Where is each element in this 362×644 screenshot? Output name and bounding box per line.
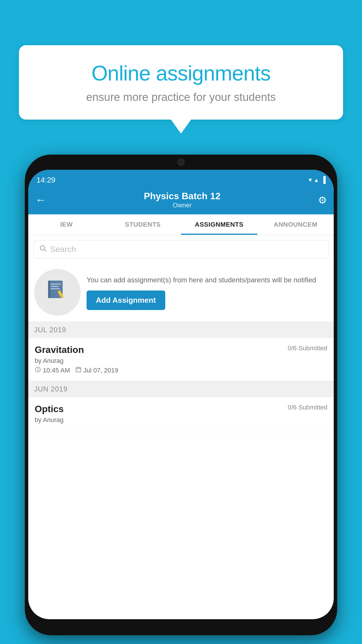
assignment-submitted-optics: 0/6 Submitted bbox=[288, 404, 327, 411]
search-placeholder: Search bbox=[50, 245, 76, 254]
assignment-author-optics: by Anurag bbox=[35, 416, 327, 424]
assignment-item-gravitation[interactable]: Gravitation 0/6 Submitted by Anurag 10:4… bbox=[28, 338, 334, 381]
assignment-date-text-gravitation: Jul 07, 2019 bbox=[83, 367, 118, 374]
status-bar: 14:29 ▾ ▴ ▐ bbox=[28, 170, 334, 187]
assignment-title-optics: Optics bbox=[35, 404, 64, 414]
search-icon bbox=[39, 244, 47, 254]
assignment-author-gravitation: by Anurag bbox=[35, 357, 327, 365]
section-header-jun: JUN 2019 bbox=[28, 381, 334, 397]
promo-icon-circle bbox=[34, 269, 81, 316]
battery-icon: ▐ bbox=[321, 176, 326, 184]
speech-bubble-container: Online assignments ensure more practice … bbox=[19, 45, 343, 120]
speech-bubble-subtitle: ensure more practice for your students bbox=[36, 91, 326, 104]
tab-announcements[interactable]: ANNOUNCEM bbox=[257, 214, 334, 235]
tab-bar: IEW STUDENTS ASSIGNMENTS ANNOUNCEM bbox=[28, 214, 334, 235]
status-time: 14:29 bbox=[36, 176, 55, 185]
tab-iew[interactable]: IEW bbox=[28, 214, 105, 235]
svg-rect-4 bbox=[50, 284, 61, 285]
section-label-jun: JUN 2019 bbox=[34, 385, 68, 393]
promo-section: You can add assignment(s) from here and … bbox=[28, 263, 334, 322]
svg-rect-5 bbox=[50, 286, 59, 287]
notebook-icon bbox=[46, 278, 69, 306]
batch-subtitle: Owner bbox=[144, 202, 220, 209]
search-input-wrapper[interactable]: Search bbox=[34, 240, 328, 258]
batch-title: Physics Batch 12 bbox=[144, 191, 220, 202]
assignment-top-row-optics: Optics 0/6 Submitted bbox=[35, 404, 327, 414]
speech-bubble-title: Online assignments bbox=[36, 61, 326, 85]
calendar-icon bbox=[75, 366, 82, 374]
assignment-top-row: Gravitation 0/6 Submitted bbox=[35, 344, 327, 355]
clock-icon bbox=[35, 366, 41, 374]
assignment-date-gravitation: Jul 07, 2019 bbox=[75, 366, 118, 374]
header-title-block: Physics Batch 12 Owner bbox=[144, 191, 220, 209]
svg-line-1 bbox=[44, 250, 46, 251]
assignment-time-gravitation: 10:45 AM bbox=[35, 366, 70, 374]
phone-camera bbox=[178, 159, 184, 166]
assignment-submitted-gravitation: 0/6 Submitted bbox=[288, 344, 327, 352]
assignment-title-gravitation: Gravitation bbox=[35, 344, 84, 355]
assignment-item-optics[interactable]: Optics 0/6 Submitted by Anurag bbox=[28, 397, 334, 432]
phone-notch bbox=[152, 155, 210, 170]
svg-rect-6 bbox=[50, 288, 60, 289]
phone-screen: 14:29 ▾ ▴ ▐ ← Physics Batch 12 Owner ⚙ I… bbox=[28, 170, 334, 619]
section-label-jul: JUL 2019 bbox=[34, 326, 66, 334]
tab-students[interactable]: STUDENTS bbox=[105, 214, 181, 235]
signal-icon: ▴ bbox=[315, 176, 318, 184]
section-header-jul: JUL 2019 bbox=[28, 322, 334, 338]
settings-icon[interactable]: ⚙ bbox=[318, 194, 327, 206]
speech-bubble: Online assignments ensure more practice … bbox=[19, 45, 343, 120]
add-assignment-button[interactable]: Add Assignment bbox=[87, 290, 165, 310]
wifi-icon: ▾ bbox=[309, 176, 312, 184]
promo-description: You can add assignment(s) from here and … bbox=[87, 275, 328, 285]
promo-text-block: You can add assignment(s) from here and … bbox=[87, 275, 328, 310]
svg-rect-10 bbox=[76, 368, 81, 372]
assignment-time-text-gravitation: 10:45 AM bbox=[43, 367, 70, 374]
svg-rect-3 bbox=[48, 281, 50, 298]
back-button[interactable]: ← bbox=[35, 194, 46, 206]
app-header: ← Physics Batch 12 Owner ⚙ bbox=[28, 187, 334, 214]
search-container: Search bbox=[28, 235, 334, 263]
phone-frame: 14:29 ▾ ▴ ▐ ← Physics Batch 12 Owner ⚙ I… bbox=[25, 155, 337, 635]
status-icons: ▾ ▴ ▐ bbox=[309, 176, 326, 184]
assignment-meta-gravitation: 10:45 AM Jul 07, 2019 bbox=[35, 366, 327, 374]
tab-assignments[interactable]: ASSIGNMENTS bbox=[181, 214, 257, 235]
